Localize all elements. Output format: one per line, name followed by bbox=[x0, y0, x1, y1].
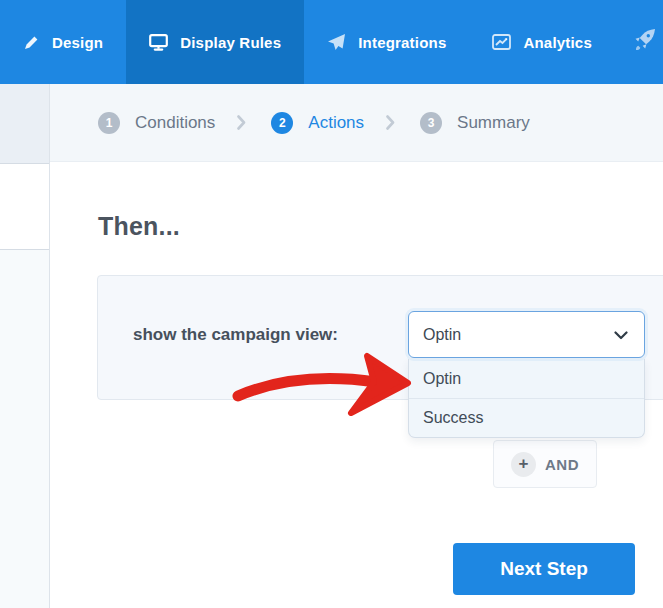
sidebar-strip-top bbox=[0, 84, 49, 163]
campaign-view-dropdown: Optin Success bbox=[408, 359, 645, 438]
step-conditions[interactable]: 1 Conditions bbox=[98, 112, 215, 134]
paper-plane-icon bbox=[327, 33, 346, 51]
tab-integrations[interactable]: Integrations bbox=[304, 0, 469, 84]
sidebar-ruleset-card-partial[interactable] bbox=[0, 163, 49, 250]
and-button-label: AND bbox=[545, 456, 579, 473]
step-summary-label: Summary bbox=[457, 113, 530, 133]
tab-design-label: Design bbox=[52, 34, 103, 51]
step-summary[interactable]: 3 Summary bbox=[420, 112, 530, 134]
display-rules-screen: Design Display Rules Integrations bbox=[0, 0, 663, 608]
add-and-condition-button[interactable]: + AND bbox=[493, 440, 597, 488]
actions-panel: Then... show the campaign view: Optin Op… bbox=[50, 162, 663, 608]
step-summary-number: 3 bbox=[420, 112, 442, 134]
tab-analytics[interactable]: Analytics bbox=[469, 0, 615, 84]
chevron-right-icon bbox=[237, 115, 246, 130]
sidebar-strip-bottom bbox=[0, 250, 49, 608]
campaign-view-label: show the campaign view: bbox=[133, 325, 338, 345]
campaign-view-select[interactable]: Optin bbox=[408, 311, 645, 358]
dropdown-option-optin[interactable]: Optin bbox=[409, 359, 644, 398]
dropdown-option-success[interactable]: Success bbox=[409, 398, 644, 437]
step-actions-number: 2 bbox=[271, 112, 293, 134]
step-conditions-number: 1 bbox=[98, 112, 120, 134]
then-heading: Then... bbox=[98, 212, 180, 241]
sidebar-strip bbox=[0, 84, 50, 608]
line-chart-icon bbox=[492, 34, 511, 51]
tab-publish-partial[interactable] bbox=[629, 0, 663, 84]
tab-analytics-label: Analytics bbox=[523, 34, 592, 51]
next-step-button[interactable]: Next Step bbox=[453, 543, 635, 595]
tab-design[interactable]: Design bbox=[0, 0, 126, 84]
next-step-button-label: Next Step bbox=[500, 558, 588, 580]
step-conditions-label: Conditions bbox=[135, 113, 215, 133]
monitor-icon bbox=[149, 34, 168, 51]
campaign-view-select-value: Optin bbox=[423, 326, 461, 344]
rocket-icon bbox=[629, 25, 659, 59]
step-actions-label: Actions bbox=[308, 113, 364, 133]
pencil-icon bbox=[23, 34, 40, 51]
rules-stepper: 1 Conditions 2 Actions 3 Summary bbox=[50, 84, 663, 162]
step-actions[interactable]: 2 Actions bbox=[271, 112, 364, 134]
tab-display-rules-label: Display Rules bbox=[180, 34, 281, 51]
chevron-down-icon bbox=[614, 326, 628, 344]
chevron-right-icon bbox=[386, 115, 395, 130]
top-navigation: Design Display Rules Integrations bbox=[0, 0, 663, 84]
tab-integrations-label: Integrations bbox=[358, 34, 446, 51]
tab-display-rules[interactable]: Display Rules bbox=[126, 0, 304, 84]
plus-icon: + bbox=[511, 452, 536, 477]
